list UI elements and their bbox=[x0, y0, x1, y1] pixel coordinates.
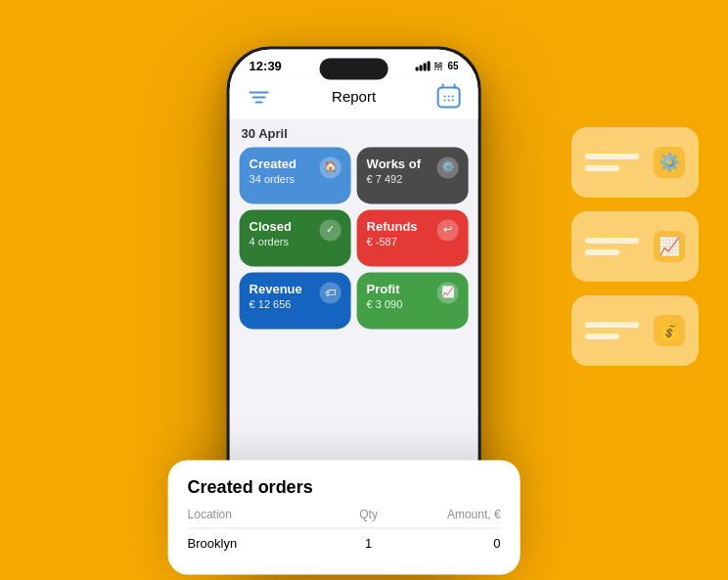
phone: 12:39 𝌣 65 bbox=[227, 46, 481, 555]
table-row: Brooklyn 1 0 bbox=[188, 528, 501, 558]
gear-icon: ⚙️ bbox=[659, 152, 680, 173]
stats-row-1: Created 34 orders 🏠 Works of € 7 492 ⚙️ bbox=[240, 147, 469, 203]
card-lines-3 bbox=[585, 322, 639, 339]
stat-card-profit[interactable]: Profit € 3 090 📈 bbox=[357, 272, 469, 329]
nav-bar: Report bbox=[230, 77, 478, 118]
status-time: 12:39 bbox=[250, 59, 282, 73]
floating-card-chart[interactable]: 📈 bbox=[571, 211, 699, 282]
trending-up-icon: 📈 bbox=[437, 282, 459, 303]
chart-icon: 📈 bbox=[659, 236, 680, 257]
card-line bbox=[585, 154, 639, 159]
filter-line-3 bbox=[255, 101, 263, 103]
refund-icon: ↩ bbox=[437, 219, 459, 241]
col-location: Location bbox=[188, 508, 335, 521]
card-lines-2 bbox=[585, 238, 639, 255]
calendar-button[interactable] bbox=[435, 83, 463, 111]
calendar-dots bbox=[441, 93, 456, 104]
chart-icon-card: 📈 bbox=[654, 231, 685, 262]
stat-card-created[interactable]: Created 34 orders 🏠 bbox=[240, 147, 351, 203]
floating-cards: ⚙️ 📈 💰 bbox=[571, 127, 699, 366]
card-lines-1 bbox=[585, 154, 639, 171]
bottom-sheet: Created orders Location Qty Amount, € Br… bbox=[168, 460, 521, 574]
cell-location: Brooklyn bbox=[188, 536, 335, 551]
wifi-icon: 𝌣 bbox=[433, 60, 443, 72]
card-line bbox=[585, 322, 639, 328]
dot bbox=[451, 95, 454, 98]
stat-card-revenue[interactable]: Revenue € 12 656 🏷 bbox=[240, 272, 351, 329]
sheet-table: Location Qty Amount, € Brooklyn 1 0 bbox=[188, 508, 501, 558]
card-line bbox=[585, 238, 639, 244]
cell-amount: 0 bbox=[403, 536, 501, 551]
house-icon: 🏠 bbox=[320, 156, 341, 178]
floating-card-money[interactable]: 💰 bbox=[571, 295, 699, 366]
battery-text: 65 bbox=[447, 61, 458, 71]
filter-line-1 bbox=[250, 91, 269, 93]
cell-qty: 1 bbox=[335, 536, 403, 551]
filter-icon bbox=[250, 89, 269, 105]
check-icon: ✓ bbox=[320, 219, 341, 241]
stats-row-2: Closed 4 orders ✓ Refunds € -587 ↩ bbox=[240, 209, 469, 266]
sheet-title: Created orders bbox=[188, 477, 501, 498]
nav-title: Report bbox=[332, 88, 376, 105]
stat-card-worksof[interactable]: Works of € 7 492 ⚙️ bbox=[357, 147, 469, 203]
calendar-icon bbox=[437, 86, 461, 108]
dot bbox=[443, 95, 446, 98]
stats-row-3: Revenue € 12 656 🏷 Profit € 3 090 📈 bbox=[240, 272, 469, 329]
dot bbox=[451, 99, 454, 102]
signal-bar-1 bbox=[415, 67, 418, 70]
status-icons: 𝌣 65 bbox=[415, 60, 458, 72]
signal-bar-2 bbox=[419, 65, 422, 70]
coin-icon: 💰 bbox=[659, 320, 680, 341]
filter-line-2 bbox=[252, 96, 266, 98]
table-header: Location Qty Amount, € bbox=[188, 508, 501, 528]
signal-bar-4 bbox=[427, 61, 430, 70]
dot bbox=[443, 99, 446, 102]
floating-card-settings[interactable]: ⚙️ bbox=[571, 127, 699, 198]
dot bbox=[447, 99, 450, 102]
card-line bbox=[585, 249, 619, 255]
scene: ⚙️ 📈 💰 bbox=[0, 0, 728, 580]
col-amount: Amount, € bbox=[403, 508, 501, 521]
card-line bbox=[585, 334, 619, 339]
signal-bars bbox=[415, 61, 430, 70]
money-icon-card: 💰 bbox=[654, 315, 685, 346]
settings-icon: ⚙️ bbox=[437, 156, 459, 178]
stat-card-refunds[interactable]: Refunds € -587 ↩ bbox=[357, 209, 469, 266]
signal-bar-3 bbox=[423, 63, 426, 70]
card-line bbox=[585, 165, 619, 171]
dynamic-island bbox=[320, 58, 388, 79]
stat-card-closed[interactable]: Closed 4 orders ✓ bbox=[240, 209, 351, 266]
settings-icon-card: ⚙️ bbox=[654, 147, 685, 178]
date-label: 30 April bbox=[240, 126, 469, 141]
col-qty: Qty bbox=[335, 508, 403, 521]
filter-button[interactable] bbox=[246, 83, 273, 111]
tag-icon: 🏷 bbox=[320, 282, 341, 303]
dot bbox=[447, 95, 450, 98]
